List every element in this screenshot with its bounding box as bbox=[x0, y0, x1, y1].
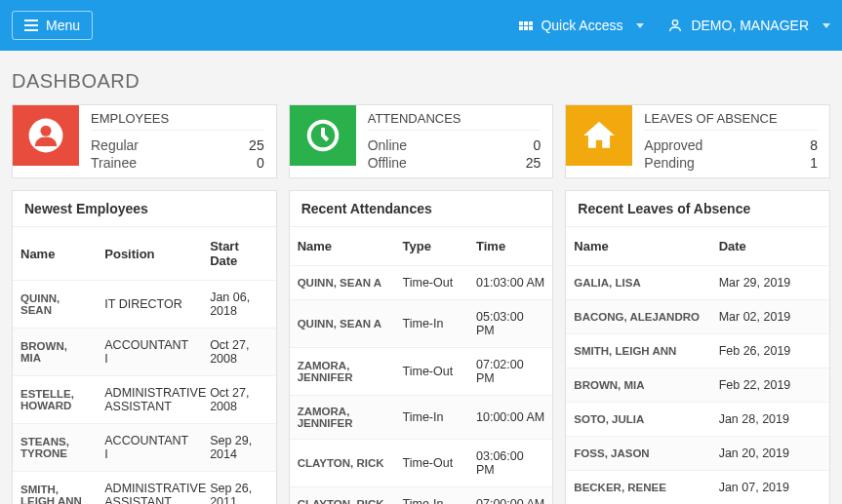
col-header: Time bbox=[468, 227, 552, 266]
cell-date: Feb 22, 2019 bbox=[711, 368, 829, 403]
panel-title: Newest Employees bbox=[13, 191, 276, 227]
col-header: Name bbox=[290, 227, 395, 266]
table-row[interactable]: CLAYTON, RICKTime-Out03:06:00 PM bbox=[290, 440, 553, 487]
home-icon bbox=[566, 105, 632, 166]
cell-name: QUINN, SEAN bbox=[13, 281, 97, 329]
cell-time: 05:03:00 PM bbox=[468, 300, 552, 348]
table-row[interactable]: SMITH, LEIGH ANNADMINISTRATIVE ASSISTANT… bbox=[13, 472, 276, 504]
panel-recent-leaves: Recent Leaves of Absence Name Date GALIA… bbox=[565, 190, 830, 504]
stat-row: Regular25 bbox=[91, 136, 264, 154]
table-row[interactable]: BROWN, MIAACCOUNTANT IOct 27, 2008 bbox=[13, 329, 276, 376]
cell-position: ACCOUNTANT I bbox=[97, 424, 202, 472]
table-row[interactable]: SOTO, JULIAJan 28, 2019 bbox=[566, 403, 829, 437]
stat-row: Online0 bbox=[368, 136, 541, 154]
grid-icon bbox=[519, 21, 533, 30]
cell-position: IT DIRECTOR bbox=[97, 281, 202, 329]
cell-name: QUINN, SEAN A bbox=[290, 266, 395, 300]
col-header: Position bbox=[97, 227, 202, 281]
panel-newest-employees: Newest Employees Name Position Start Dat… bbox=[12, 190, 277, 504]
cell-date: Jan 28, 2019 bbox=[711, 403, 829, 437]
cell-name: SMITH, LEIGH ANN bbox=[13, 472, 97, 504]
table-row[interactable]: BECKER, RENEEJan 07, 2019 bbox=[566, 471, 829, 504]
menu-button[interactable]: Menu bbox=[12, 11, 93, 40]
card-title: LEAVES OF ABSENCE bbox=[644, 111, 818, 131]
table-row[interactable]: QUINN, SEAN ATime-Out01:03:00 AM bbox=[290, 266, 553, 300]
cell-time: 01:03:00 AM bbox=[468, 266, 552, 300]
employees-icon bbox=[13, 105, 79, 166]
panel-title: Recent Leaves of Absence bbox=[566, 191, 829, 227]
cell-name: BROWN, MIA bbox=[13, 329, 97, 376]
table-row[interactable]: QUINN, SEANIT DIRECTORJan 06, 2018 bbox=[13, 281, 276, 329]
cell-name: CLAYTON, RICK bbox=[290, 487, 395, 504]
cell-type: Time-Out bbox=[395, 348, 469, 396]
cell-type: Time-Out bbox=[395, 440, 469, 487]
recent-leaves-table: Name Date GALIA, LISAMar 29, 2019BACONG,… bbox=[566, 227, 829, 504]
hamburger-icon bbox=[24, 19, 38, 31]
svg-point-2 bbox=[40, 126, 51, 136]
table-row[interactable]: STEANS, TYRONEACCOUNTANT ISep 29, 2014 bbox=[13, 424, 276, 472]
chevron-down-icon bbox=[822, 23, 830, 28]
summary-card-attendances: ATTENDANCES Online0 Offline25 bbox=[289, 104, 554, 178]
page-title: DASHBOARD bbox=[12, 70, 830, 93]
summary-card-employees: EMPLOYEES Regular25 Trainee0 bbox=[12, 104, 277, 178]
newest-employees-table: Name Position Start Date QUINN, SEANIT D… bbox=[13, 227, 276, 504]
col-header: Name bbox=[13, 227, 97, 281]
table-row[interactable]: ZAMORA, JENNIFERTime-Out07:02:00 PM bbox=[290, 348, 553, 396]
quick-access-label: Quick Access bbox=[541, 18, 622, 33]
table-row[interactable]: QUINN, SEAN ATime-In05:03:00 PM bbox=[290, 300, 553, 348]
cell-date: Jan 20, 2019 bbox=[711, 437, 829, 471]
cell-date: Jan 06, 2018 bbox=[202, 281, 276, 329]
col-header: Type bbox=[395, 227, 469, 266]
table-row[interactable]: GALIA, LISAMar 29, 2019 bbox=[566, 266, 829, 300]
cell-time: 07:00:00 AM bbox=[468, 487, 552, 504]
table-row[interactable]: ESTELLE, HOWARDADMINISTRATIVE ASSISTANTO… bbox=[13, 376, 276, 424]
summary-card-leaves: LEAVES OF ABSENCE Approved8 Pending1 bbox=[565, 104, 830, 178]
table-row[interactable]: ZAMORA, JENNIFERTime-In10:00:00 AM bbox=[290, 396, 553, 440]
cell-name: ESTELLE, HOWARD bbox=[13, 376, 97, 424]
col-header: Name bbox=[566, 227, 710, 266]
stat-row: Pending1 bbox=[644, 154, 818, 172]
cell-name: QUINN, SEAN A bbox=[290, 300, 395, 348]
table-row[interactable]: CLAYTON, RICKTime-In07:00:00 AM bbox=[290, 487, 553, 504]
stat-row: Approved8 bbox=[644, 136, 818, 154]
cell-name: SMITH, LEIGH ANN bbox=[566, 334, 710, 368]
cell-time: 10:00:00 AM bbox=[468, 396, 552, 440]
cell-date: Oct 27, 2008 bbox=[202, 329, 276, 376]
table-row[interactable]: BROWN, MIAFeb 22, 2019 bbox=[566, 368, 829, 403]
cell-date: Feb 26, 2019 bbox=[711, 334, 829, 368]
cell-time: 07:02:00 PM bbox=[468, 348, 552, 396]
cell-name: GALIA, LISA bbox=[566, 266, 710, 300]
cell-date: Sep 26, 2011 bbox=[202, 472, 276, 504]
user-menu[interactable]: DEMO, MANAGER bbox=[667, 18, 830, 33]
svg-point-0 bbox=[673, 20, 678, 25]
menu-label: Menu bbox=[46, 18, 80, 33]
cell-date: Jan 07, 2019 bbox=[711, 471, 829, 504]
table-row[interactable]: SMITH, LEIGH ANNFeb 26, 2019 bbox=[566, 334, 829, 368]
cell-name: ZAMORA, JENNIFER bbox=[290, 348, 395, 396]
cell-name: BACONG, ALEJANDRO bbox=[566, 300, 710, 334]
cell-position: ACCOUNTANT I bbox=[97, 329, 202, 376]
cell-date: Mar 02, 2019 bbox=[711, 300, 829, 334]
col-header: Date bbox=[711, 227, 829, 266]
cell-type: Time-In bbox=[395, 396, 469, 440]
cell-type: Time-Out bbox=[395, 266, 469, 300]
top-bar: Menu Quick Access DEMO, MANAGER bbox=[0, 0, 842, 51]
cell-name: BECKER, RENEE bbox=[566, 471, 710, 504]
recent-attendances-table: Name Type Time QUINN, SEAN ATime-Out01:0… bbox=[290, 227, 553, 504]
user-label: DEMO, MANAGER bbox=[691, 18, 809, 33]
cell-time: 03:06:00 PM bbox=[468, 440, 552, 487]
stat-row: Offline25 bbox=[368, 154, 541, 172]
stat-row: Trainee0 bbox=[91, 154, 264, 172]
card-title: EMPLOYEES bbox=[91, 111, 264, 131]
table-row[interactable]: FOSS, JASONJan 20, 2019 bbox=[566, 437, 829, 471]
panel-title: Recent Attendances bbox=[290, 191, 553, 227]
cell-name: ZAMORA, JENNIFER bbox=[290, 396, 395, 440]
cell-name: FOSS, JASON bbox=[566, 437, 710, 471]
panel-recent-attendances: Recent Attendances Name Type Time QUINN,… bbox=[289, 190, 554, 504]
cell-date: Oct 27, 2008 bbox=[202, 376, 276, 424]
cell-date: Mar 29, 2019 bbox=[711, 266, 829, 300]
quick-access-menu[interactable]: Quick Access bbox=[519, 18, 644, 33]
table-row[interactable]: BACONG, ALEJANDROMar 02, 2019 bbox=[566, 300, 829, 334]
cell-name: STEANS, TYRONE bbox=[13, 424, 97, 472]
cell-name: CLAYTON, RICK bbox=[290, 440, 395, 487]
